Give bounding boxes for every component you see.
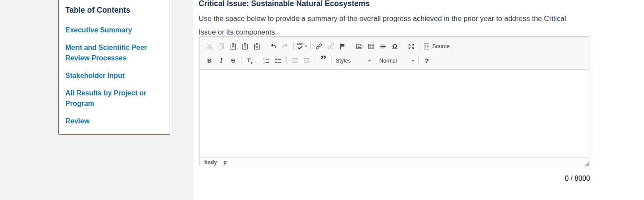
toolbar-separator	[453, 42, 453, 50]
paste-plain-text-button[interactable]: T	[239, 41, 251, 52]
toolbar-row-1: T W	[203, 39, 586, 53]
redo-button[interactable]	[279, 41, 291, 52]
increase-indent-button[interactable]	[301, 55, 313, 66]
rich-text-editor: T W	[199, 36, 590, 166]
numbered-list-button[interactable]: 1 2	[260, 55, 272, 66]
styles-dropdown-label: Styles	[336, 58, 351, 64]
toc-link-stakeholder-input[interactable]: Stakeholder Input	[65, 70, 164, 81]
path-element-body[interactable]: body	[204, 159, 217, 165]
toolbar-separator	[265, 42, 265, 50]
spell-checker-icon: ABC	[297, 43, 303, 49]
svg-text:2: 2	[263, 61, 265, 63]
toolbar-separator	[420, 42, 420, 50]
instructions-text: Use the space below to provide a summary…	[199, 12, 569, 39]
toolbar-separator	[258, 56, 258, 65]
bulleted-list-icon	[274, 57, 282, 64]
toolbar-row-2: B I S Tx 1	[203, 53, 586, 68]
toc-link-review[interactable]: Review	[65, 116, 164, 126]
toolbar-separator	[375, 56, 375, 65]
spell-checker-button[interactable]: ABC	[296, 41, 308, 52]
toc-link-all-results-by-project-or-program[interactable]: All Results by Project or Program	[65, 88, 164, 109]
path-element-p[interactable]: p	[224, 159, 227, 165]
paragraph-format-dropdown[interactable]: Normal	[377, 56, 416, 66]
about-button[interactable]: ?	[421, 55, 433, 66]
italic-button[interactable]: I	[215, 55, 227, 66]
table-button[interactable]	[365, 41, 377, 52]
source-label: Source	[432, 43, 450, 49]
redo-icon	[281, 43, 289, 50]
question-mark-icon: ?	[425, 57, 429, 64]
flag-icon	[339, 43, 346, 50]
horizontal-rule-button[interactable]	[377, 41, 389, 52]
blockquote-icon: ”	[320, 58, 327, 64]
decrease-indent-icon	[291, 57, 299, 64]
copy-icon	[218, 43, 225, 50]
omega-icon: Ω	[392, 42, 397, 50]
table-of-contents-card: Table of Contents Executive Summary Meri…	[58, 0, 170, 135]
table-icon	[367, 43, 375, 50]
image-button[interactable]	[353, 41, 365, 52]
character-counter: 0 / 8000	[199, 175, 590, 182]
chevron-down-icon	[368, 60, 371, 62]
remove-format-icon: Tx	[247, 56, 253, 65]
source-icon	[423, 43, 430, 50]
paste-from-word-button[interactable]: W	[251, 41, 263, 52]
decrease-indent-button[interactable]	[289, 55, 301, 66]
cut-button[interactable]	[203, 41, 215, 52]
link-icon	[315, 43, 323, 50]
checkmark-icon	[297, 46, 303, 49]
unlink-button[interactable]	[325, 41, 337, 52]
undo-icon	[270, 43, 277, 50]
strikethrough-icon: S	[231, 57, 235, 64]
paste-plain-text-icon: T	[242, 43, 249, 50]
copy-button[interactable]	[215, 41, 227, 52]
strikethrough-button[interactable]: S	[227, 55, 239, 66]
svg-text:W: W	[255, 45, 259, 49]
svg-text:1: 1	[263, 58, 265, 60]
image-icon	[356, 43, 363, 50]
toolbar-separator	[351, 42, 351, 50]
numbered-list-icon: 1 2	[263, 57, 270, 64]
toc-nav: Executive Summary Merit and Scientific P…	[65, 25, 164, 126]
toc-link-executive-summary[interactable]: Executive Summary	[65, 25, 164, 35]
unlink-icon	[327, 43, 334, 50]
bulleted-list-button[interactable]	[272, 55, 284, 66]
blockquote-button[interactable]: ”	[317, 55, 329, 66]
chevron-down-icon	[305, 46, 307, 47]
main-content: Critical Issue: Sustainable Natural Ecos…	[193, 0, 644, 200]
styles-dropdown[interactable]: Styles	[334, 56, 373, 66]
resize-handle[interactable]	[584, 162, 589, 166]
paragraph-format-label: Normal	[379, 58, 397, 64]
editor-path-bar: body p	[200, 157, 590, 167]
maximize-button[interactable]	[406, 41, 417, 52]
toc-title: Table of Contents	[65, 6, 164, 15]
toc-link-merit-and-scientific-peer-review[interactable]: Merit and Scientific Peer Review Process…	[65, 42, 164, 63]
cut-icon	[206, 43, 213, 50]
link-button[interactable]	[313, 41, 325, 52]
editor-content-area[interactable]	[200, 70, 590, 157]
toolbar-separator	[286, 56, 287, 65]
page-title: Critical Issue: Sustainable Natural Ecos…	[199, 0, 370, 8]
source-button[interactable]: Source	[422, 41, 451, 52]
toolbar-separator	[310, 42, 311, 50]
toolbar-separator	[315, 56, 315, 65]
toolbar-separator	[241, 56, 242, 65]
toolbar-separator	[418, 56, 419, 65]
bold-icon: B	[207, 57, 212, 64]
horizontal-rule-icon	[379, 43, 387, 50]
remove-format-button[interactable]: Tx	[244, 55, 256, 66]
maximize-icon	[408, 43, 415, 50]
toolbar-separator	[331, 56, 332, 65]
special-character-button[interactable]: Ω	[389, 41, 401, 52]
paste-button[interactable]	[227, 41, 239, 52]
paste-from-word-icon: W	[253, 43, 260, 50]
toolbar-separator	[403, 42, 403, 50]
svg-text:T: T	[244, 45, 246, 49]
page: Table of Contents Executive Summary Meri…	[0, 0, 644, 200]
increase-indent-icon	[303, 57, 310, 64]
undo-button[interactable]	[267, 41, 279, 52]
italic-icon: I	[220, 57, 223, 64]
paste-icon	[230, 43, 237, 50]
anchor-button[interactable]	[337, 41, 349, 52]
bold-button[interactable]: B	[203, 55, 215, 66]
